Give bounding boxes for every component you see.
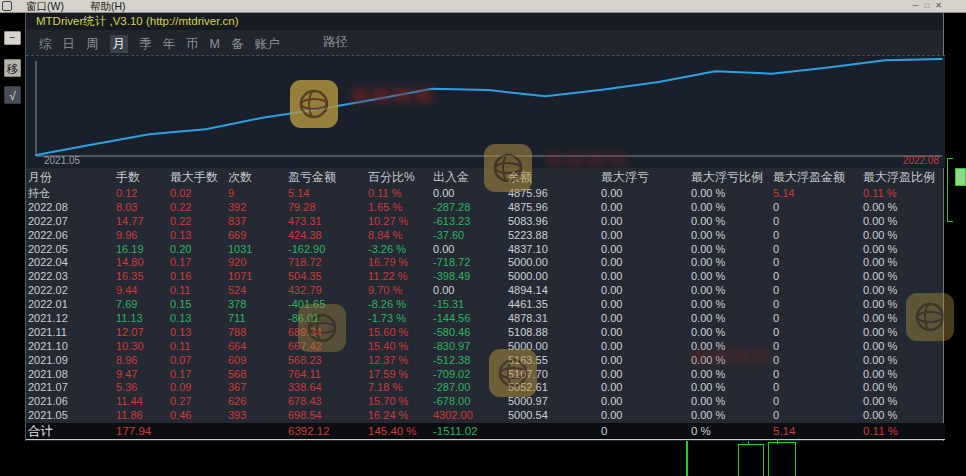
tab-币[interactable]: 币 [186, 32, 199, 57]
value-cell: 0 [771, 354, 861, 368]
menu-item[interactable]: 窗口(W) [26, 0, 64, 12]
value-cell: 0 [771, 215, 861, 229]
tab-M[interactable]: M [210, 32, 220, 57]
column-header: 最大浮盈比例 [861, 168, 945, 187]
path-label[interactable]: 路径 [323, 30, 348, 55]
value-cell: 837 [226, 215, 286, 229]
tab-年[interactable]: 年 [163, 32, 176, 57]
window-control-icon[interactable]: ─ [913, 1, 925, 10]
tab-账户[interactable]: 账户 [254, 32, 279, 57]
table-row[interactable]: 2022.0516.190.201031-162.90-3.26 %0.0048… [26, 243, 945, 257]
value-cell: 8.96 [114, 354, 168, 368]
value-cell: 0.00 [599, 243, 689, 257]
table-row[interactable]: 2022.0714.770.22837473.3110.27 %-613.235… [26, 215, 945, 229]
value-cell: 0.00 % [689, 395, 771, 409]
table-row[interactable]: 2021.1112.070.13788689.3415.60 %-580.465… [26, 326, 945, 340]
value-cell: 11.44 [114, 395, 168, 409]
table-row[interactable]: 2021.0611.440.27626678.4315.70 %-678.005… [26, 395, 945, 409]
tab-综[interactable]: 综 [39, 32, 52, 57]
value-cell: -718.72 [431, 256, 506, 270]
value-cell: 568.23 [286, 354, 366, 368]
value-cell: 0 [771, 284, 861, 298]
table-row[interactable]: 2021.1211.130.13711-86.01-1.73 %-144.564… [26, 312, 945, 326]
minimize-button[interactable]: − [4, 31, 21, 45]
value-cell: 0.00 % [689, 187, 771, 201]
tab-备[interactable]: 备 [231, 32, 244, 57]
total-value-cell [506, 423, 599, 439]
check-button[interactable]: √ [4, 86, 21, 104]
annotation-bracket [738, 444, 764, 476]
value-cell: 718.72 [286, 256, 366, 270]
value-cell: 504.35 [286, 270, 366, 284]
value-cell: 5.14 [771, 187, 861, 201]
window-titlebar[interactable]: MTDriver统计 ,V3.10 (http://mtdriver.cn) [26, 13, 943, 30]
table-row[interactable]: 2022.029.440.11524432.799.70 %0.004894.1… [26, 284, 945, 298]
app-icon[interactable] [2, 1, 12, 11]
tab-周[interactable]: 周 [86, 32, 99, 57]
value-cell: 79.28 [286, 201, 366, 215]
tab-日[interactable]: 日 [63, 32, 76, 57]
value-cell: -15.31 [431, 298, 506, 312]
table-row[interactable]: 2021.098.960.07609568.2312.37 %-512.3851… [26, 354, 945, 368]
value-cell: 338.64 [286, 381, 366, 395]
value-cell: 14.77 [114, 215, 168, 229]
equity-line [36, 59, 942, 155]
table-row[interactable]: 2021.0511.860.46393698.5416.24 %4302.005… [26, 409, 945, 423]
value-cell: 9.70 % [366, 284, 431, 298]
table-row[interactable]: 2021.1010.300.11664667.4215.40 %-830.975… [26, 340, 945, 354]
table-row[interactable]: 2022.0316.350.161071504.3511.22 %-398.49… [26, 270, 945, 284]
value-cell: 0.13 [168, 326, 226, 340]
value-cell: 0.00 [599, 368, 689, 382]
window-control-icon[interactable]: □ [924, 1, 935, 10]
table-row[interactable]: 2022.0414.800.17920718.7216.79 %-718.725… [26, 256, 945, 270]
column-header: 次数 [226, 168, 286, 187]
value-cell: 0.11 % [861, 187, 945, 201]
value-cell: 0.00 [431, 243, 506, 257]
value-cell: 9.96 [114, 229, 168, 243]
tab-月[interactable]: 月 [110, 35, 129, 53]
table-row[interactable]: 2021.075.360.09367338.647.18 %-287.00505… [26, 381, 945, 395]
equity-chart-svg [26, 56, 945, 169]
value-cell: 0.00 % [861, 215, 945, 229]
menu-item[interactable]: 帮助(H) [90, 0, 126, 12]
value-cell: 0.12 [114, 187, 168, 201]
column-header: 最大浮亏 [599, 168, 689, 187]
value-cell: 16.79 % [366, 256, 431, 270]
value-cell: -86.01 [286, 312, 366, 326]
table-row[interactable]: 2022.088.030.2239279.281.65 %-287.284875… [26, 201, 945, 215]
value-cell: 378 [226, 298, 286, 312]
value-cell: 12.37 % [366, 354, 431, 368]
value-cell: -162.90 [286, 243, 366, 257]
total-value-cell: 5.14 [771, 423, 861, 439]
table-total-row[interactable]: 合计177.946392.12145.40 %-1511.0200 %5.140… [26, 423, 945, 440]
move-button[interactable]: 移 [4, 59, 21, 77]
value-cell: 15.60 % [366, 326, 431, 340]
table-row[interactable]: 2021.089.470.17568764.1117.59 %-709.0251… [26, 368, 945, 382]
column-header: 月份 [26, 168, 114, 187]
value-cell: 0.20 [168, 243, 226, 257]
table-row[interactable]: 2022.069.960.13669424.388.84 %-37.605223… [26, 229, 945, 243]
value-cell: 0.00 % [689, 229, 771, 243]
month-cell: 2022.03 [26, 270, 114, 284]
mtdriver-window: MTDriver统计 ,V3.10 (http://mtdriver.cn) 综… [25, 13, 944, 441]
month-cell: 2022.05 [26, 243, 114, 257]
month-cell: 2022.06 [26, 229, 114, 243]
value-cell: 4837.10 [506, 243, 599, 257]
value-cell: 0 [771, 201, 861, 215]
value-cell: 0.00 [599, 354, 689, 368]
equity-chart[interactable]: 2021.05 2022.08 [26, 55, 945, 168]
value-cell: 0.00 [599, 201, 689, 215]
tab-季[interactable]: 季 [139, 32, 152, 57]
value-cell: 0.00 % [689, 326, 771, 340]
table-row[interactable]: 2022.017.690.15378-401.65-8.26 %-15.3144… [26, 298, 945, 312]
table-row[interactable]: 持仓0.120.0295.140.11 %0.004875.960.000.00… [26, 187, 945, 201]
value-cell: 473.31 [286, 215, 366, 229]
column-header: 余额 [506, 168, 599, 187]
month-cell: 2021.12 [26, 312, 114, 326]
value-cell: 5000.54 [506, 409, 599, 423]
value-cell: 5000.00 [506, 340, 599, 354]
column-header: 最大浮盈金额 [771, 168, 861, 187]
value-cell: 524 [226, 284, 286, 298]
window-control-icon[interactable]: ✕ [935, 1, 948, 10]
value-cell: 0 [771, 395, 861, 409]
